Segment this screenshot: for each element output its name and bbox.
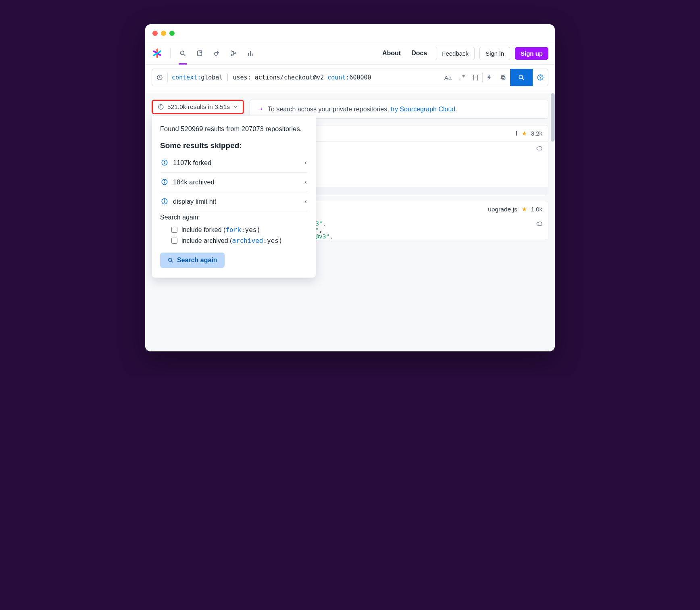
info-icon (161, 159, 168, 166)
search-again-label: Search again: (160, 214, 308, 221)
results-summary-text: 521.0k results in 3.51s (167, 103, 230, 111)
result-1-stars: 3.2k (531, 130, 542, 137)
include-forked-input[interactable] (171, 227, 177, 233)
count-value: 600000 (349, 74, 371, 81)
search-query-input[interactable]: context:global │ uses: actions/checkout@… (168, 74, 441, 81)
skipped-archived-label: 184k archived (173, 178, 300, 186)
monitoring-icon[interactable] (209, 46, 224, 61)
window-titlebar (145, 24, 555, 42)
signup-button[interactable]: Sign up (515, 47, 548, 60)
svg-point-20 (160, 105, 161, 106)
svg-point-29 (164, 200, 165, 201)
code-actions-icon[interactable] (536, 220, 543, 229)
context-value: global (201, 74, 223, 81)
skipped-forked-label: 1107k forked (173, 159, 300, 167)
copy-query-icon[interactable] (496, 74, 510, 81)
svg-point-4 (215, 52, 218, 56)
search-again-button[interactable]: Search again (160, 253, 225, 268)
case-toggle[interactable]: Aa (441, 74, 455, 81)
query-text: uses: actions/checkout@v2 (233, 74, 324, 81)
searchbar: context:global │ uses: actions/checkout@… (152, 69, 548, 86)
window-minimize-dot[interactable] (161, 31, 166, 36)
window-zoom-dot[interactable] (169, 31, 175, 36)
svg-rect-3 (200, 51, 202, 53)
include-forked-checkbox[interactable]: include forked (fork:yes) (160, 224, 308, 235)
searchbar-container: context:global │ uses: actions/checkout@… (145, 65, 555, 93)
info-icon (161, 178, 168, 186)
skipped-displaylimit-label: display limit hit (173, 198, 300, 205)
include-archived-checkbox[interactable]: include archived (archived:yes) (160, 235, 308, 246)
include-archived-input[interactable] (171, 238, 177, 244)
svg-rect-12 (502, 76, 505, 79)
app-window: About Docs Feedback Sign in Sign up cont… (145, 24, 555, 351)
history-icon[interactable] (152, 74, 167, 81)
svg-line-31 (171, 261, 173, 262)
svg-point-5 (231, 51, 232, 52)
promo-text: To search across your private repositori… (268, 106, 457, 113)
svg-point-14 (519, 75, 523, 79)
svg-line-15 (522, 78, 524, 80)
results-detail-popover: Found 520969 results from 207073 reposit… (152, 116, 316, 278)
notebooks-icon[interactable] (192, 46, 207, 61)
regex-toggle[interactable]: .* (455, 74, 469, 81)
svg-point-0 (180, 51, 184, 54)
svg-point-7 (235, 53, 236, 54)
nav-about[interactable]: About (378, 47, 405, 59)
nav-divider (170, 48, 171, 58)
query-separator: │ (223, 74, 233, 81)
svg-rect-13 (501, 75, 504, 78)
result-2-stars: 1.0k (531, 206, 542, 213)
results-summary-chip[interactable]: 521.0k results in 3.51s (152, 100, 244, 114)
star-icon: ★ (521, 205, 527, 213)
code-actions-icon[interactable] (536, 145, 543, 153)
smart-search-icon[interactable] (483, 74, 496, 81)
star-icon: ★ (521, 130, 527, 137)
info-icon (161, 198, 168, 205)
skipped-archived-item[interactable]: 184k archived ‹ (160, 173, 308, 192)
help-icon[interactable] (533, 74, 548, 81)
scrollbar[interactable] (551, 93, 555, 142)
insights-icon[interactable] (243, 46, 258, 61)
window-close-dot[interactable] (152, 31, 158, 36)
skipped-forked-item[interactable]: 1107k forked ‹ (160, 153, 308, 173)
svg-point-17 (540, 79, 540, 79)
nav-docs[interactable]: Docs (407, 47, 431, 59)
chevron-left-icon: ‹ (305, 159, 307, 166)
svg-point-6 (231, 54, 232, 56)
svg-point-30 (169, 258, 172, 261)
context-filter: context: (172, 74, 201, 81)
chevron-left-icon: ‹ (305, 198, 307, 205)
skipped-displaylimit-item[interactable]: display limit hit ‹ (160, 192, 308, 211)
signin-button[interactable]: Sign in (479, 47, 510, 60)
batch-changes-icon[interactable] (226, 46, 241, 61)
svg-line-1 (183, 54, 185, 56)
run-search-button[interactable] (510, 69, 533, 86)
chevron-left-icon: ‹ (305, 178, 307, 186)
svg-point-26 (164, 180, 165, 181)
svg-point-23 (164, 161, 165, 162)
structural-toggle[interactable]: [] (469, 74, 482, 81)
top-nav: About Docs Feedback Sign in Sign up (145, 42, 555, 65)
count-filter: count: (327, 74, 349, 81)
popover-found-text: Found 520969 results from 207073 reposit… (160, 124, 308, 134)
feedback-button[interactable]: Feedback (436, 47, 475, 60)
sourcegraph-logo[interactable] (152, 48, 163, 59)
popover-heading: Some results skipped: (160, 141, 308, 150)
results-area: 521.0k results in 3.51s → To search acro… (145, 93, 555, 351)
promo-link[interactable]: try Sourcegraph Cloud (391, 106, 455, 113)
arrow-right-icon: → (256, 105, 264, 113)
search-tab-icon[interactable] (175, 46, 190, 61)
